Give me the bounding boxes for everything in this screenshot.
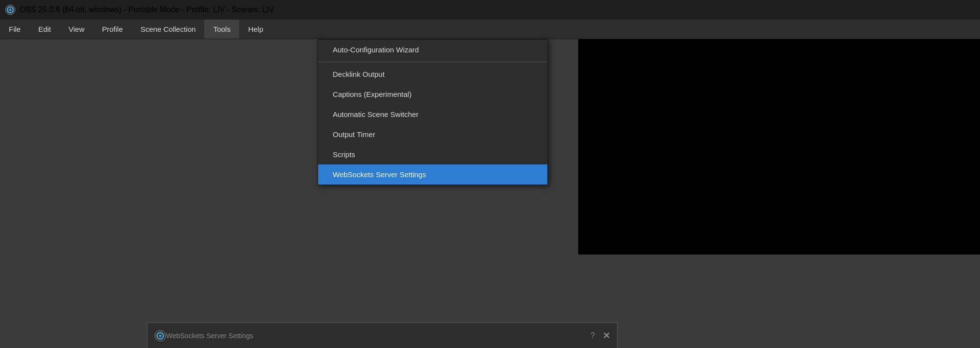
menu-scene-switcher[interactable]: Automatic Scene Switcher	[318, 104, 547, 124]
menu-scripts[interactable]: Scripts	[318, 144, 547, 164]
menu-help[interactable]: Help	[239, 20, 272, 39]
menu-profile[interactable]: Profile	[93, 20, 132, 39]
menu-auto-config-wizard[interactable]: Auto-Configuration Wizard	[318, 40, 547, 60]
menu-scene-collection[interactable]: Scene Collection	[132, 20, 205, 39]
menu-edit[interactable]: Edit	[29, 20, 60, 39]
menu-decklink-output[interactable]: Decklink Output	[318, 64, 547, 84]
menu-view[interactable]: View	[60, 20, 93, 39]
menu-file[interactable]: File	[0, 20, 29, 39]
tools-dropdown: Auto-Configuration Wizard Decklink Outpu…	[318, 39, 548, 185]
svg-point-2	[9, 9, 12, 11]
title-bar: OBS 25.0.8 (64-bit, windows) - Portable …	[0, 0, 980, 20]
main-content: Auto-Configuration Wizard Decklink Outpu…	[0, 39, 980, 348]
menu-bar: File Edit View Profile Scene Collection …	[0, 20, 980, 39]
menu-tools[interactable]: Tools	[204, 20, 239, 39]
dialog-title: WebSockets Server Settings	[166, 332, 590, 340]
menu-websockets[interactable]: WebSockets Server Settings	[318, 164, 547, 185]
websockets-dialog: WebSockets Server Settings ? ✕	[147, 323, 617, 348]
preview-area	[578, 39, 980, 255]
dialog-obs-logo-icon	[154, 330, 166, 342]
obs-logo-icon	[5, 4, 16, 15]
dropdown-separator-1	[318, 62, 547, 62]
dialog-close-button[interactable]: ✕	[603, 330, 610, 341]
dialog-help-button[interactable]: ?	[590, 331, 595, 340]
menu-captions[interactable]: Captions (Experimental)	[318, 84, 547, 104]
window-title: OBS 25.0.8 (64-bit, windows) - Portable …	[20, 5, 274, 14]
svg-point-5	[159, 334, 162, 337]
menu-output-timer[interactable]: Output Timer	[318, 124, 547, 144]
